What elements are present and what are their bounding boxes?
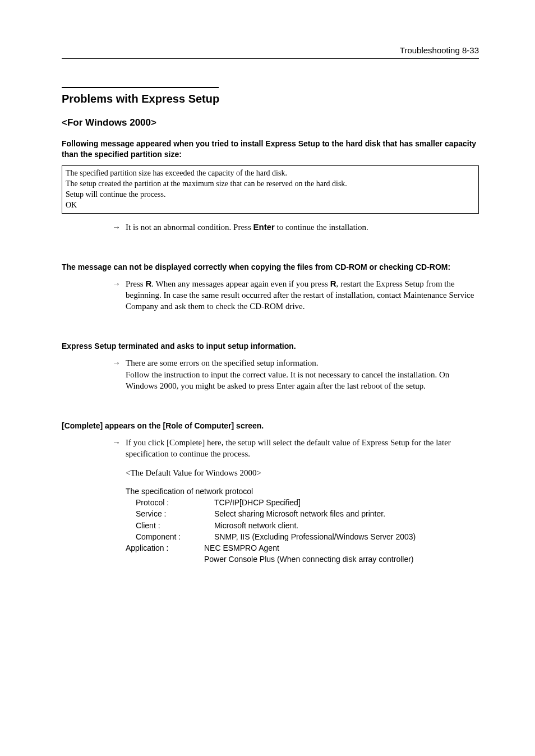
keyname: R [330,279,336,288]
spec-value: Power Console Plus (When connecting disk… [204,554,479,565]
keyname: Enter [253,222,274,232]
section-title: Problems with Express Setup [62,91,479,107]
box-line: The specified partition size has exceede… [66,168,475,179]
message-box: The specified partition size has exceede… [62,165,479,214]
spec-value: NEC ESMPRO Agent [204,542,479,554]
subsection-title: <For Windows 2000> [62,117,479,130]
arrow-icon: → [112,357,126,391]
spec-value: SNMP, IIS (Excluding Professional/Window… [214,531,479,542]
spec-label [126,554,204,565]
spec-label: Application : [126,542,204,554]
box-line: The setup created the partition at the m… [66,179,475,190]
spec-label: Protocol : [126,497,214,508]
q1-heading: Following message appeared when you trie… [62,139,479,160]
box-line: OK [66,200,475,211]
text-fragment: to continue the installation. [275,223,368,232]
spec-label: Component : [126,531,214,542]
table-row: Client : Microsoft network client. [126,520,479,531]
arrow-icon: → [112,278,126,312]
arrow-icon: → [112,437,126,460]
spec-title: The specification of network protocol [126,486,479,497]
arrow-icon: → [112,222,126,233]
section-rule [62,87,219,88]
q2-answer: → Press R. When any messages appear agai… [112,278,479,312]
spec-label: Service : [126,508,214,519]
header-text: Troubleshooting 8-33 [400,45,479,55]
q2-heading: The message can not be displayed correct… [62,262,479,273]
text-fragment: Press [126,279,145,288]
spec-value: TCP/IP[DHCP Specified] [214,497,479,508]
answer-text: If you click [Complete] here, the setup … [126,437,479,460]
q3-answer: → There are some errors on the specified… [112,357,479,391]
spec-value: Select sharing Microsoft network files a… [214,508,479,519]
table-row: Protocol : TCP/IP[DHCP Specified] [126,497,479,508]
table-row: Service : Select sharing Microsoft netwo… [126,508,479,519]
table-row: Component : SNMP, IIS (Excluding Profess… [126,531,479,542]
spec-table: The specification of network protocol Pr… [126,486,479,565]
spec-value: Microsoft network client. [214,520,479,531]
text-fragment: . When any messages appear again even if… [151,279,330,288]
answer-text: It is not an abnormal condition. Press E… [126,222,479,233]
text-fragment: There are some errors on the specified s… [126,358,319,367]
text-fragment: Follow the instruction to input the corr… [126,370,449,390]
q1-answer: → It is not an abnormal condition. Press… [112,222,479,233]
default-value-intro: <The Default Value for Windows 2000> [126,467,479,478]
page-header: Troubleshooting 8-33 [62,45,479,59]
table-row: Application : NEC ESMPRO Agent [126,542,479,554]
q4-answer: → If you click [Complete] here, the setu… [112,437,479,460]
answer-text: Press R. When any messages appear again … [126,278,479,312]
spec-label: Client : [126,520,214,531]
q4-heading: [Complete] appears on the [Role of Compu… [62,421,479,431]
q3-heading: Express Setup terminated and asks to inp… [62,341,479,352]
box-line: Setup will continue the process. [66,190,475,200]
answer-text: There are some errors on the specified s… [126,357,479,391]
table-row: Power Console Plus (When connecting disk… [126,554,479,565]
text-fragment: It is not an abnormal condition. Press [126,223,253,232]
keyname: R [145,279,151,288]
